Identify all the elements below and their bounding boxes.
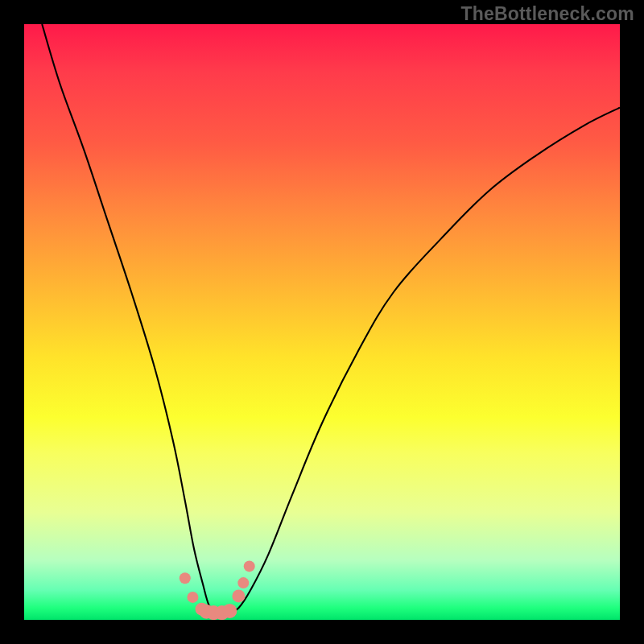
data-point xyxy=(244,560,255,572)
data-point xyxy=(232,589,245,602)
highlighted-points-group xyxy=(180,560,255,620)
data-point xyxy=(180,572,191,584)
bottleneck-curve xyxy=(42,24,620,614)
watermark-text: TheBottleneck.com xyxy=(460,3,634,25)
chart-frame: TheBottleneck.com xyxy=(0,0,644,644)
data-point xyxy=(222,604,237,618)
data-point xyxy=(237,577,249,588)
plot-area xyxy=(24,24,620,620)
data-point xyxy=(187,592,198,603)
chart-svg xyxy=(24,24,620,620)
